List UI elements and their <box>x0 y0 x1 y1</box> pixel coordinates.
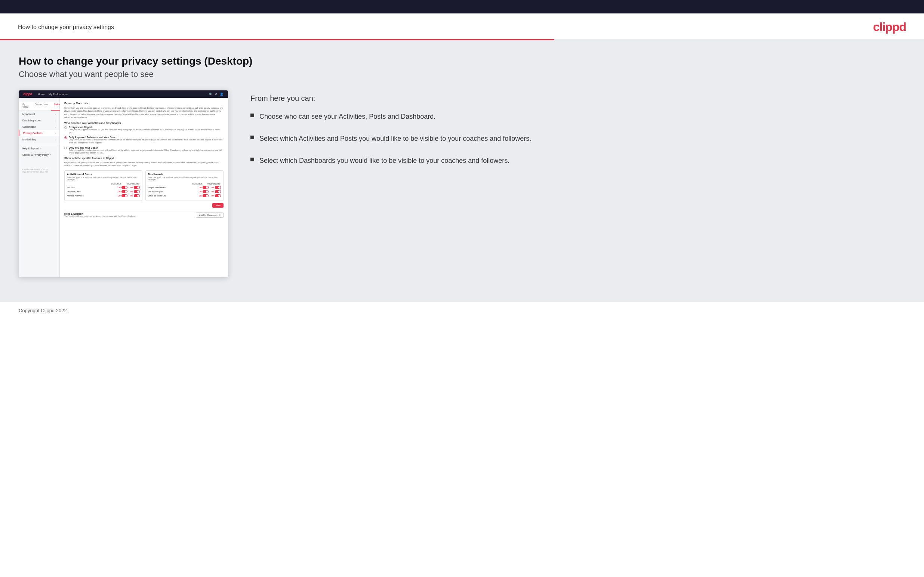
sidebar-item-privacy-controls[interactable]: Privacy Controls › <box>19 130 60 136</box>
sidebar-item-privacy-policy[interactable]: Service & Privacy Policy ↗ <box>19 152 60 158</box>
practice-coaches-toggle[interactable]: ON <box>118 190 128 193</box>
header: How to change your privacy settings clip… <box>0 13 924 39</box>
manual-coaches-toggle[interactable]: ON <box>118 194 128 197</box>
mockup-nav-performance: My Performance <box>48 93 68 96</box>
sidebar-divider <box>19 144 60 144</box>
bullet-square-icon <box>250 114 254 117</box>
sidebar-item-help[interactable]: Help & Support ↗ <box>19 145 60 152</box>
save-button[interactable]: Save <box>212 203 223 208</box>
page-subheading: Choose what you want people to see <box>19 69 905 79</box>
toggle-row-practice: Practice Drills ON ON <box>67 190 140 193</box>
sidebar-item-my-golf-bag[interactable]: My Golf Bag › <box>19 136 60 143</box>
tab-connections[interactable]: Connections <box>31 102 51 111</box>
bullet-item-1: Choose who can see your Activities, Post… <box>250 112 905 122</box>
radio-followers-coach-button[interactable] <box>64 136 67 139</box>
mockup-toggle-section: Activities and Posts Select the types of… <box>64 170 223 201</box>
main-content: How to change your privacy settings (Des… <box>0 40 924 302</box>
bullet-text-2: Select which Activities and Posts you wo… <box>259 134 531 144</box>
avatar-icon: 👤 <box>220 93 223 96</box>
sidebar-version: Clippd Client Version: 2022.8.2SQL Serve… <box>19 166 60 176</box>
mockup-section-title: Privacy Controls <box>64 102 223 105</box>
toggle-row-rounds: Rounds ON ON <box>67 186 140 189</box>
top-bar <box>0 0 924 13</box>
toggle-row-what-to-work: What To Work On ON ON <box>148 194 221 197</box>
toggle-row-player-dashboard: Player Dashboard ON ON <box>148 186 221 189</box>
mockup-nav-icons: 🔍 ⚙ 👤 <box>209 93 223 96</box>
mockup: clippd Home My Performance 🔍 ⚙ 👤 <box>19 90 228 277</box>
manual-followers-toggle[interactable]: ON <box>131 194 140 197</box>
bullet-item-3: Select which Dashboards you would like t… <box>250 156 905 166</box>
practice-followers-toggle[interactable]: ON <box>131 190 140 193</box>
radio-only-you-coach-button[interactable] <box>64 147 67 149</box>
mockup-show-hide-title: Show or hide specific features in Clippd <box>64 157 223 160</box>
radio-everyone-button[interactable] <box>64 126 67 129</box>
player-dash-followers-toggle[interactable]: ON <box>212 186 221 189</box>
mockup-nav-home: Home <box>38 93 45 96</box>
mockup-body: My Profile Connections Settings My Accou… <box>19 98 228 277</box>
bullet-text-3: Select which Dashboards you would like t… <box>259 156 509 166</box>
bullet-square-icon <box>250 135 254 139</box>
mockup-sidebar: My Profile Connections Settings My Accou… <box>19 98 60 277</box>
what-to-work-followers-toggle[interactable]: ON <box>212 194 221 197</box>
round-insights-followers-toggle[interactable]: ON <box>212 190 221 193</box>
bullet-item-2: Select which Activities and Posts you wo… <box>250 134 905 144</box>
mockup-logo: clippd <box>23 92 32 96</box>
radio-only-you-coach[interactable]: Only You and Your Coach Only you and the… <box>64 147 223 155</box>
round-insights-coaches-toggle[interactable]: ON <box>199 190 208 193</box>
mockup-nav-links: Home My Performance <box>38 93 68 96</box>
footer: Copyright Clippd 2022 <box>0 302 924 319</box>
screenshot-container: clippd Home My Performance 🔍 ⚙ 👤 <box>19 90 228 277</box>
toggle-row-manual: Manual Activities ON ON <box>67 194 140 197</box>
chevron-right-icon: › <box>55 113 56 115</box>
activities-box: Activities and Posts Select the types of… <box>64 170 142 201</box>
rounds-coaches-toggle[interactable]: ON <box>118 186 128 189</box>
mockup-main: Privacy Controls Control how you and you… <box>60 98 228 277</box>
mockup-subsection-title: Who Can See Your Activities and Dashboar… <box>64 122 223 124</box>
logo: clippd <box>873 20 906 34</box>
chevron-right-icon: › <box>55 132 56 134</box>
toggle-row-round-insights: Round Insights ON ON <box>148 190 221 193</box>
mockup-radio-group: Everyone on Clippd Everyone on Clippd ca… <box>64 126 223 155</box>
bullet-text-1: Choose who can see your Activities, Post… <box>259 112 435 122</box>
mockup-section-desc: Control how you and your data appears to… <box>64 106 223 119</box>
sidebar-item-subscription[interactable]: Subscription › <box>19 124 60 130</box>
mockup-nav: clippd Home My Performance 🔍 ⚙ 👤 <box>19 90 228 98</box>
radio-followers-coach[interactable]: Only Approved Followers and Your Coach O… <box>64 136 223 144</box>
player-dash-coaches-toggle[interactable]: ON <box>199 186 208 189</box>
bullet-list: Choose who can see your Activities, Post… <box>250 112 905 166</box>
bullet-square-icon <box>250 158 254 161</box>
sidebar-item-my-account[interactable]: My Account › <box>19 111 60 117</box>
search-icon: 🔍 <box>209 93 213 96</box>
chevron-right-icon: › <box>55 126 56 128</box>
right-panel: From here you can: Choose who can see yo… <box>250 90 905 178</box>
sidebar-item-data-integrations[interactable]: Data Integrations › <box>19 117 60 124</box>
header-title: How to change your privacy settings <box>18 24 114 31</box>
save-row: Save <box>64 203 223 208</box>
chevron-right-icon: › <box>55 119 56 122</box>
settings-icon: ⚙ <box>215 93 218 96</box>
from-here-text: From here you can: <box>250 94 905 103</box>
visit-community-button[interactable]: Visit Our Community ↗ <box>196 213 223 218</box>
what-to-work-coaches-toggle[interactable]: ON <box>199 194 208 197</box>
mockup-help-section: Help & Support Visit the Clippd communit… <box>64 210 223 218</box>
footer-text: Copyright Clippd 2022 <box>19 308 67 313</box>
page-heading: How to change your privacy settings (Des… <box>19 55 905 67</box>
radio-everyone[interactable]: Everyone on Clippd Everyone on Clippd ca… <box>64 126 223 134</box>
rounds-followers-toggle[interactable]: ON <box>131 186 140 189</box>
tab-my-profile[interactable]: My Profile <box>19 102 31 111</box>
dashboards-box: Dashboards Select the types of activity … <box>145 170 223 201</box>
content-row: clippd Home My Performance 🔍 ⚙ 👤 <box>19 90 905 277</box>
chevron-right-icon: › <box>55 139 56 141</box>
